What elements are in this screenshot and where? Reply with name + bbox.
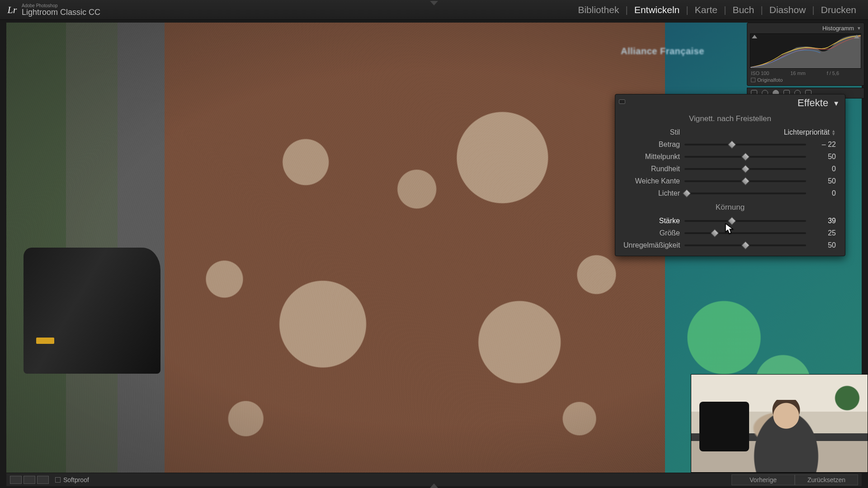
staerke-slider[interactable]	[684, 220, 806, 222]
slider-label: Unregelmäßigkeit	[623, 241, 680, 249]
panel-grip-bottom[interactable]	[430, 483, 438, 488]
slider-label: Lichter	[623, 189, 680, 197]
webcam-detail	[831, 379, 863, 411]
panel-title[interactable]: Effekte	[797, 97, 828, 109]
module-buch[interactable]: Buch	[726, 5, 760, 15]
slider-row-staerke: Stärke 39	[615, 215, 845, 227]
focal-label: 16 mm	[790, 70, 806, 76]
slider-value[interactable]: 50	[811, 177, 837, 185]
style-label: Stil	[623, 128, 680, 136]
shadow-clip-icon[interactable]	[752, 35, 757, 38]
photo-detail	[36, 338, 54, 344]
vignette-section-title: Vignett. nach Freistellen	[615, 111, 845, 126]
style-value: Lichterpriorität	[784, 128, 830, 136]
app-titlebar: Lr Adobe Photoshop Lightroom Classic CC …	[0, 0, 868, 20]
slider-label: Betrag	[623, 141, 680, 149]
slider-row-lichter: Lichter 0	[615, 187, 845, 199]
webcam-detail	[699, 402, 749, 451]
aperture-label: f / 5,6	[827, 70, 840, 76]
slider-value[interactable]: 25	[811, 229, 837, 237]
slider-label: Rundheit	[623, 165, 680, 173]
photo-text: Alliance Française	[621, 46, 704, 56]
histogram-title[interactable]: Histogramm	[822, 25, 854, 32]
slider-value[interactable]: 50	[811, 241, 837, 249]
panel-grip-top[interactable]	[430, 1, 438, 5]
iso-label: ISO 100	[751, 70, 769, 76]
slider-label: Stärke	[623, 217, 680, 225]
slider-value[interactable]: 0	[811, 165, 837, 173]
slider-value[interactable]: 50	[811, 153, 837, 161]
view-loupe-icon[interactable]	[10, 476, 22, 484]
view-before-after-icon[interactable]	[24, 476, 35, 484]
softproof-label: Softproof	[63, 476, 89, 483]
vendor-label: Adobe Photoshop	[22, 4, 100, 8]
app-name: Lightroom Classic CC	[22, 8, 100, 16]
slider-value[interactable]: 39	[811, 217, 837, 225]
slider-value[interactable]: 0	[811, 189, 837, 197]
webcam-detail	[745, 400, 827, 472]
unregel-slider[interactable]	[684, 244, 806, 246]
slider-row-betrag: Betrag – 22	[615, 138, 845, 150]
rundheit-slider[interactable]	[684, 168, 806, 170]
mittelpunkt-slider[interactable]	[684, 156, 806, 158]
photo-detail	[24, 248, 160, 374]
module-entwickeln[interactable]: Entwickeln	[628, 5, 686, 15]
chevron-down-icon[interactable]: ▼	[857, 26, 861, 31]
panel-toggle-switch[interactable]	[619, 99, 625, 104]
slider-row-unregelmaessigkeit: Unregelmäßigkeit 50	[615, 239, 845, 251]
module-diashow[interactable]: Diashow	[763, 5, 812, 15]
vignette-style-dropdown[interactable]: Lichterpriorität ▴▾	[684, 128, 837, 136]
chevron-down-icon[interactable]: ▼	[833, 99, 840, 107]
slider-value[interactable]: – 22	[811, 141, 837, 149]
groesse-slider[interactable]	[684, 232, 806, 234]
original-label: Originalfoto	[757, 77, 783, 83]
webcam-overlay	[691, 374, 868, 473]
module-picker: Bibliothek| Entwickeln| Karte| Buch| Dia…	[571, 0, 863, 20]
histogram-graph[interactable]	[750, 33, 861, 69]
dropdown-arrows-icon: ▴▾	[832, 129, 835, 135]
highlight-clip-icon[interactable]	[854, 35, 859, 38]
slider-row-rundheit: Rundheit 0	[615, 163, 845, 175]
weiche-kante-slider[interactable]	[684, 180, 806, 182]
histogram-panel: Histogramm ▼ ISO 100 16 mm f / 5,6 Origi…	[747, 23, 864, 86]
module-karte[interactable]: Karte	[689, 5, 724, 15]
module-drucken[interactable]: Drucken	[815, 5, 863, 15]
slider-label: Mittelpunkt	[623, 153, 680, 161]
reset-button[interactable]: Zurücksetzen	[795, 474, 858, 485]
previous-button[interactable]: Vorherige	[731, 474, 795, 485]
slider-row-groesse: Größe 25	[615, 227, 845, 239]
checkbox-icon	[751, 78, 755, 82]
softproof-toggle[interactable]: Softproof	[55, 476, 89, 483]
module-bibliothek[interactable]: Bibliothek	[571, 5, 625, 15]
original-toggle[interactable]: Originalfoto	[750, 77, 861, 83]
betrag-slider[interactable]	[684, 144, 806, 145]
lichter-slider[interactable]	[684, 192, 806, 194]
grain-section-title: Körnung	[615, 199, 845, 215]
effects-panel: Effekte ▼ Vignett. nach Freistellen Stil…	[615, 94, 845, 256]
view-split-icon[interactable]	[37, 476, 49, 484]
app-logo: Lr	[5, 3, 19, 17]
app-title: Adobe Photoshop Lightroom Classic CC	[22, 4, 100, 16]
view-mode-buttons	[10, 476, 49, 484]
exposure-info: ISO 100 16 mm f / 5,6	[750, 70, 861, 77]
slider-label: Weiche Kante	[623, 177, 680, 185]
slider-label: Größe	[623, 229, 680, 237]
slider-row-weiche-kante: Weiche Kante 50	[615, 175, 845, 187]
vignette-style-row: Stil Lichterpriorität ▴▾	[615, 126, 845, 138]
slider-row-mittelpunkt: Mittelpunkt 50	[615, 150, 845, 163]
checkbox-icon	[55, 477, 61, 483]
